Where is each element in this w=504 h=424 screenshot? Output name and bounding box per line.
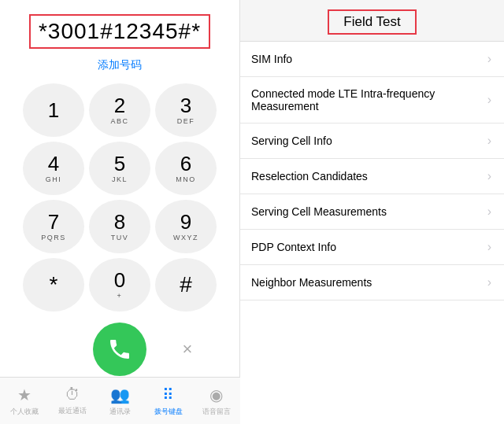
tab-bar: ★个人收藏⏱最近通话👥通讯录⠿拨号键盘◉语音留言 xyxy=(0,377,240,424)
tab-label-4: 语音留言 xyxy=(202,407,231,417)
phone-number-display: *3001#12345#* xyxy=(0,0,239,53)
chevron-icon-0: › xyxy=(487,52,491,66)
add-number-label[interactable]: 添加号码 xyxy=(98,53,142,80)
menu-item-1[interactable]: Connected mode LTE Intra-frequency Measu… xyxy=(240,77,504,124)
tab-icon-0: ★ xyxy=(17,385,32,404)
field-test-title: Field Test xyxy=(328,9,416,35)
tab-icon-1: ⏱ xyxy=(65,385,80,404)
menu-list: SIM Info›Connected mode LTE Intra-freque… xyxy=(240,42,504,424)
menu-item-text-0: SIM Info xyxy=(251,53,292,65)
menu-item-text-2: Serving Cell Info xyxy=(251,135,332,147)
chevron-icon-2: › xyxy=(487,134,491,148)
tab-item-2[interactable]: 👥通讯录 xyxy=(98,385,143,417)
dial-key-star[interactable]: * xyxy=(23,258,84,312)
dial-key-5[interactable]: 5JKL xyxy=(89,142,150,195)
chevron-icon-4: › xyxy=(487,205,491,219)
phone-icon xyxy=(107,337,132,362)
menu-item-text-5: PDP Context Info xyxy=(251,241,336,253)
menu-item-4[interactable]: Serving Cell Measurements› xyxy=(240,194,504,230)
tab-item-4[interactable]: ◉语音留言 xyxy=(194,385,239,417)
tab-label-1: 最近通话 xyxy=(58,406,87,416)
menu-item-3[interactable]: Reselection Candidates› xyxy=(240,159,504,194)
dialer-panel: *3001#12345#* 添加号码 12ABC3DEF4GHI5JKL6MNO… xyxy=(0,0,240,424)
menu-item-text-6: Neighbor Measurements xyxy=(251,276,372,289)
tab-label-2: 通讯录 xyxy=(109,407,131,417)
menu-item-text-4: Serving Cell Measurements xyxy=(251,205,387,218)
dial-key-7[interactable]: 7PQRS xyxy=(23,200,84,253)
dialpad: 12ABC3DEF4GHI5JKL6MNO7PQRS8TUV9WXYZ*0+# xyxy=(23,80,217,315)
tab-label-0: 个人收藏 xyxy=(10,407,39,417)
tab-icon-3: ⠿ xyxy=(162,385,174,404)
dial-key-0[interactable]: 0+ xyxy=(89,258,150,312)
tab-label-3: 拨号键盘 xyxy=(154,407,183,417)
chevron-icon-1: › xyxy=(487,93,491,107)
menu-item-text-3: Reselection Candidates xyxy=(251,170,368,183)
dial-key-hash[interactable]: # xyxy=(155,258,217,312)
menu-item-5[interactable]: PDP Context Info› xyxy=(240,230,504,265)
field-test-header: Field Test xyxy=(240,0,504,42)
tab-item-1[interactable]: ⏱最近通话 xyxy=(50,385,95,416)
menu-item-0[interactable]: SIM Info› xyxy=(240,42,504,77)
field-test-panel: Field Test SIM Info›Connected mode LTE I… xyxy=(240,0,504,424)
action-row: × xyxy=(35,323,205,376)
tab-item-3[interactable]: ⠿拨号键盘 xyxy=(146,385,191,417)
tab-icon-2: 👥 xyxy=(110,385,130,404)
dial-key-4[interactable]: 4GHI xyxy=(23,142,84,195)
dial-key-3[interactable]: 3DEF xyxy=(155,83,217,137)
tab-item-0[interactable]: ★个人收藏 xyxy=(2,385,47,417)
dial-key-8[interactable]: 8TUV xyxy=(89,200,150,253)
chevron-icon-3: › xyxy=(487,169,491,183)
menu-item-text-1: Connected mode LTE Intra-frequency Measu… xyxy=(251,87,487,112)
phone-number: *3001#12345#* xyxy=(29,14,210,49)
dial-key-1[interactable]: 1 xyxy=(23,83,84,137)
chevron-icon-6: › xyxy=(487,275,491,289)
dial-key-9[interactable]: 9WXYZ xyxy=(155,200,217,253)
delete-button[interactable]: × xyxy=(170,332,205,367)
tab-icon-4: ◉ xyxy=(209,385,223,404)
dial-key-6[interactable]: 6MNO xyxy=(155,142,217,195)
menu-item-6[interactable]: Neighbor Measurements› xyxy=(240,265,504,300)
menu-item-2[interactable]: Serving Cell Info› xyxy=(240,124,504,159)
call-button[interactable] xyxy=(93,323,146,376)
dial-key-2[interactable]: 2ABC xyxy=(89,83,150,137)
chevron-icon-5: › xyxy=(487,240,491,254)
